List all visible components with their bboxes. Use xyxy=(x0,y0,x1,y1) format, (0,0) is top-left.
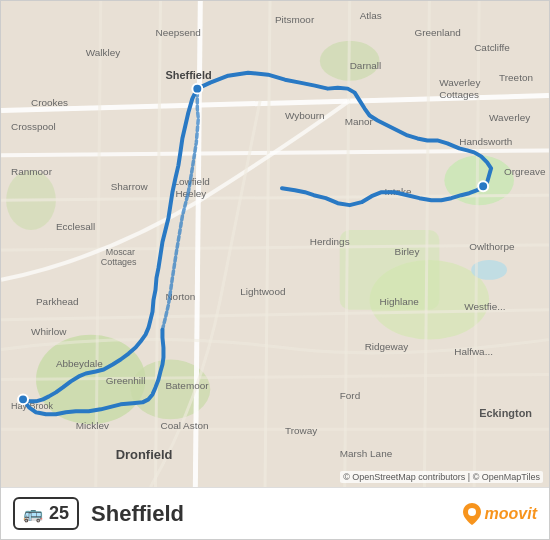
moovit-logo: moovit xyxy=(463,503,537,525)
svg-text:Catcliffe: Catcliffe xyxy=(474,42,510,53)
svg-text:Waverley: Waverley xyxy=(489,112,530,123)
svg-text:Cottages: Cottages xyxy=(101,257,137,267)
svg-text:Eckington: Eckington xyxy=(479,407,532,419)
svg-text:Handsworth: Handsworth xyxy=(459,136,512,147)
svg-text:Lightwood: Lightwood xyxy=(240,286,285,297)
svg-text:Ridgeway: Ridgeway xyxy=(365,341,409,352)
bus-icon: 🚌 xyxy=(23,504,43,523)
svg-text:Dronfield: Dronfield xyxy=(116,447,173,462)
svg-text:Whirlow: Whirlow xyxy=(31,326,67,337)
moovit-pin-icon xyxy=(463,503,481,525)
svg-text:Moscar: Moscar xyxy=(106,247,135,257)
svg-point-73 xyxy=(18,394,28,404)
svg-text:Walkley: Walkley xyxy=(86,47,120,58)
svg-text:Atlas: Atlas xyxy=(360,10,382,21)
route-name: Sheffield xyxy=(91,501,451,527)
moovit-text: moovit xyxy=(485,505,537,523)
svg-text:Micklev: Micklev xyxy=(76,420,109,431)
svg-text:Heeley: Heeley xyxy=(175,188,206,199)
svg-text:Abbeydale: Abbeydale xyxy=(56,358,103,369)
svg-text:Cottages: Cottages xyxy=(439,89,479,100)
svg-text:Pitsmoor: Pitsmoor xyxy=(275,14,315,25)
svg-text:Wybourn: Wybourn xyxy=(285,110,325,121)
route-number: 25 xyxy=(49,503,69,524)
map-svg: Walkley Neepsend Pitsmoor Atlas Greenlan… xyxy=(1,1,549,487)
svg-text:Highlane: Highlane xyxy=(380,296,420,307)
svg-text:Greenhill: Greenhill xyxy=(106,375,146,386)
svg-text:Herdings: Herdings xyxy=(310,236,350,247)
route-badge: 🚌 25 xyxy=(13,497,79,530)
svg-text:Parkhead: Parkhead xyxy=(36,296,79,307)
svg-text:Ford: Ford xyxy=(340,390,360,401)
svg-text:Marsh Lane: Marsh Lane xyxy=(340,448,393,459)
svg-point-71 xyxy=(192,84,202,94)
svg-text:Coal Aston: Coal Aston xyxy=(160,420,208,431)
footer-bar: 🚌 25 Sheffield moovit xyxy=(1,487,549,539)
svg-point-74 xyxy=(468,508,476,516)
svg-text:Treeton: Treeton xyxy=(499,72,533,83)
svg-text:Batemoor: Batemoor xyxy=(165,380,209,391)
svg-text:Sharrow: Sharrow xyxy=(111,181,149,192)
map-area: Walkley Neepsend Pitsmoor Atlas Greenlan… xyxy=(1,1,549,487)
map-attribution: © OpenStreetMap contributors | © OpenMap… xyxy=(340,471,543,483)
main-container: Walkley Neepsend Pitsmoor Atlas Greenlan… xyxy=(0,0,550,540)
svg-text:Crookes: Crookes xyxy=(31,97,68,108)
svg-text:Westfie...: Westfie... xyxy=(464,301,505,312)
svg-point-72 xyxy=(478,181,488,191)
svg-text:Crosspool: Crosspool xyxy=(11,121,56,132)
svg-text:Neepsend: Neepsend xyxy=(155,27,200,38)
svg-text:Owlthorpe: Owlthorpe xyxy=(469,241,515,252)
svg-text:Ecclesall: Ecclesall xyxy=(56,221,95,232)
svg-text:Ranmoor: Ranmoor xyxy=(11,166,53,177)
svg-text:Manor: Manor xyxy=(345,116,374,127)
svg-text:Orgreave: Orgreave xyxy=(504,166,546,177)
svg-text:Waverley: Waverley xyxy=(439,77,480,88)
svg-text:Greenland: Greenland xyxy=(414,27,460,38)
svg-text:Halfwa...: Halfwa... xyxy=(454,346,493,357)
svg-text:Troway: Troway xyxy=(285,425,317,436)
svg-text:Birley: Birley xyxy=(395,246,420,257)
svg-text:Sheffield: Sheffield xyxy=(165,69,211,81)
svg-text:Darnall: Darnall xyxy=(350,60,381,71)
